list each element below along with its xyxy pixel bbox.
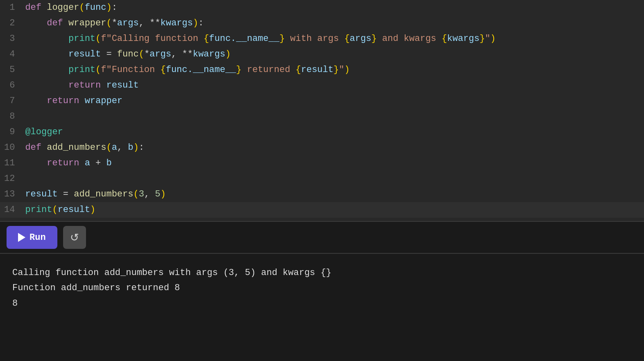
- code-token: ,: [144, 189, 155, 199]
- code-token: print: [68, 34, 95, 44]
- code-token: func: [117, 49, 139, 59]
- code-token: result: [301, 65, 333, 75]
- code-token: result: [68, 49, 101, 59]
- code-row: 9@logger: [0, 124, 644, 140]
- code-row: 2 def wrapper(*args, **kwargs):: [0, 16, 644, 31]
- code-token: }: [236, 65, 241, 75]
- code-token: f"Function: [101, 65, 160, 75]
- code-row: 14print(result): [0, 202, 644, 218]
- code-token: wrapper: [68, 18, 106, 28]
- code-token: {: [160, 65, 166, 75]
- output-area: Calling function add_numbers with args (…: [0, 254, 644, 361]
- line-number: 11: [0, 156, 23, 171]
- line-number: 6: [0, 78, 23, 93]
- code-content: [23, 171, 644, 187]
- code-token: ): [90, 205, 95, 215]
- code-token: b: [106, 158, 111, 168]
- code-token: with args: [285, 34, 344, 44]
- code-content: return wrapper: [23, 93, 644, 109]
- code-token: args: [150, 49, 171, 59]
- code-token: kwargs: [160, 18, 193, 28]
- code-token: func: [85, 2, 107, 13]
- line-number: 2: [0, 16, 23, 31]
- code-token: *: [112, 18, 117, 28]
- output-line: Calling function add_numbers with args (…: [12, 265, 632, 280]
- code-token: {: [296, 65, 301, 75]
- code-token: ": [485, 34, 490, 44]
- code-content: def wrapper(*args, **kwargs):: [23, 16, 644, 31]
- code-token: ): [344, 65, 349, 75]
- code-token: ": [339, 65, 344, 75]
- code-token: f"Calling function: [101, 34, 204, 44]
- code-token: [25, 18, 47, 28]
- code-token: result: [58, 205, 90, 215]
- code-token: a: [112, 142, 117, 153]
- line-number: 10: [0, 140, 23, 156]
- run-button[interactable]: Run: [7, 226, 57, 249]
- code-row: 3 print(f"Calling function {func.__name_…: [0, 31, 644, 47]
- toolbar: Run ↺: [0, 221, 644, 254]
- code-token: [25, 158, 47, 168]
- run-label: Run: [29, 232, 46, 243]
- play-icon: [18, 233, 25, 242]
- code-token: [25, 80, 68, 90]
- code-token: add_numbers: [47, 142, 106, 153]
- line-number: 9: [0, 124, 23, 140]
- code-token: def: [25, 142, 47, 153]
- code-row: 11 return a + b: [0, 156, 644, 171]
- code-token: ): [490, 34, 496, 44]
- code-token: result: [25, 189, 57, 199]
- code-content: result = func(*args, **kwargs): [23, 47, 644, 62]
- code-token: }: [479, 34, 485, 44]
- code-content: @logger: [23, 124, 644, 140]
- code-token: :: [198, 18, 204, 28]
- code-row: 8: [0, 109, 644, 124]
- code-row: 7 return wrapper: [0, 93, 644, 109]
- code-token: func.__name__: [209, 34, 279, 44]
- code-token: {: [442, 34, 447, 44]
- code-token: ): [106, 2, 111, 13]
- code-token: result: [106, 80, 138, 90]
- code-content: result = add_numbers(3, 5): [23, 187, 644, 202]
- code-token: =: [101, 49, 117, 59]
- code-token: (: [95, 65, 101, 75]
- output-lines: Calling function add_numbers with args (…: [12, 265, 632, 311]
- code-token: print: [68, 65, 95, 75]
- output-line: Function add_numbers returned 8: [12, 280, 632, 296]
- code-token: (: [106, 18, 111, 28]
- code-token: =: [58, 189, 74, 199]
- code-token: logger: [47, 2, 79, 13]
- code-token: ): [225, 49, 231, 59]
- code-token: return: [47, 96, 84, 106]
- code-token: wrapper: [85, 96, 122, 106]
- code-token: ): [133, 142, 138, 153]
- code-token: [25, 49, 68, 59]
- line-number: 13: [0, 187, 23, 202]
- line-number: 1: [0, 0, 23, 16]
- code-token: and kwargs: [377, 34, 442, 44]
- line-number: 3: [0, 31, 23, 47]
- code-row: 13result = add_numbers(3, 5): [0, 187, 644, 202]
- code-content: def add_numbers(a, b):: [23, 140, 644, 156]
- code-token: print: [25, 205, 52, 215]
- code-token: , **: [171, 49, 193, 59]
- code-token: (: [79, 2, 84, 13]
- code-token: [25, 34, 68, 44]
- code-token: returned: [242, 65, 296, 75]
- code-token: b: [128, 142, 133, 153]
- output-line: 8: [12, 296, 632, 311]
- code-token: def: [25, 2, 47, 13]
- line-number: 7: [0, 93, 23, 109]
- code-row: 4 result = func(*args, **kwargs): [0, 47, 644, 62]
- line-number: 12: [0, 171, 23, 187]
- line-number: 14: [0, 202, 23, 218]
- code-token: (: [139, 49, 144, 59]
- code-token: func.__name__: [166, 65, 236, 75]
- code-token: return: [47, 158, 84, 168]
- reset-button[interactable]: ↺: [63, 226, 86, 249]
- code-token: }: [371, 34, 376, 44]
- code-token: 5: [155, 189, 160, 199]
- code-token: (: [95, 34, 101, 44]
- code-token: }: [333, 65, 339, 75]
- line-number: 5: [0, 62, 23, 78]
